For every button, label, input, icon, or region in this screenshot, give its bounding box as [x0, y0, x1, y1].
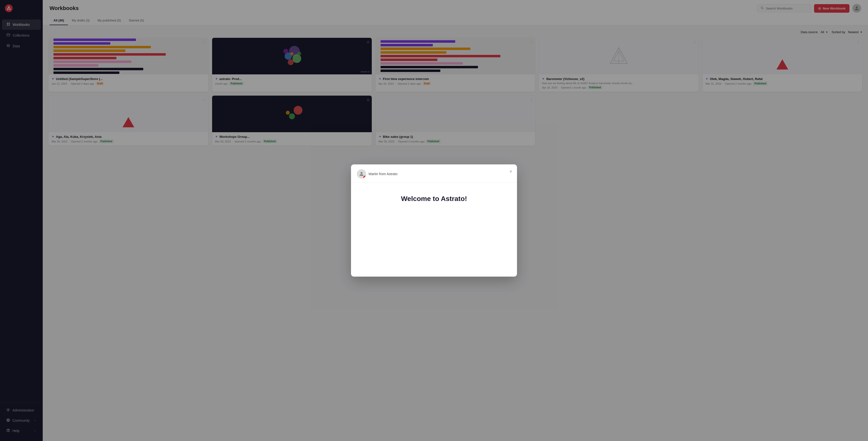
avatar-badge [363, 176, 366, 178]
modal-header: Martin from Astrato × [351, 164, 517, 183]
svg-marker-28 [364, 177, 366, 178]
modal-sender: Martin from Astrato [369, 172, 397, 176]
modal-close-button[interactable]: × [508, 168, 513, 175]
modal-title: Welcome to Astrato! [401, 195, 467, 203]
svg-point-27 [361, 172, 363, 174]
welcome-modal: Martin from Astrato × Welcome to Astrato… [351, 164, 517, 277]
modal-avatar [357, 169, 366, 178]
modal-overlay[interactable]: Martin from Astrato × Welcome to Astrato… [0, 0, 868, 441]
modal-body: Welcome to Astrato! [351, 183, 517, 277]
